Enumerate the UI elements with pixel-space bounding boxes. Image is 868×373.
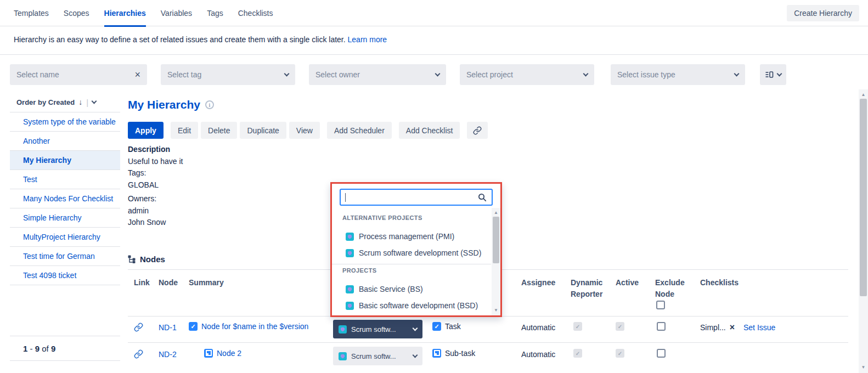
chevron-down-icon[interactable] xyxy=(92,98,97,104)
info-icon[interactable]: i xyxy=(205,100,214,109)
delete-button[interactable]: Delete xyxy=(201,122,237,139)
action-buttons: Apply Edit Delete Duplicate View Add Sch… xyxy=(128,122,488,139)
scroll-down-icon[interactable]: ▼ xyxy=(492,307,500,314)
tab-templates[interactable]: Templates xyxy=(14,0,49,26)
sort-descending-icon[interactable]: ↓ xyxy=(78,98,82,106)
duplicate-button[interactable]: Duplicate xyxy=(240,122,286,139)
node-summary-link[interactable]: Node 2 xyxy=(217,349,241,358)
sidebar-item[interactable]: Test xyxy=(10,170,120,189)
tab-tags[interactable]: Tags xyxy=(207,0,223,26)
add-checklist-button[interactable]: Add Checklist xyxy=(399,122,460,139)
sidebar-item-selected[interactable]: My Hierarchy xyxy=(10,151,120,170)
chevron-down-icon xyxy=(413,352,418,358)
view-options-button[interactable] xyxy=(760,64,786,85)
filter-owner[interactable]: Select owner xyxy=(309,64,446,85)
edit-button[interactable]: Edit xyxy=(171,122,198,139)
col-header-node: Node xyxy=(159,277,178,289)
col-header-assignee: Assignee xyxy=(521,277,555,289)
check-icon: ✓ xyxy=(618,324,622,330)
issue-type-label: Task xyxy=(445,322,461,331)
remove-checklist-icon[interactable]: × xyxy=(730,323,735,332)
columns-icon xyxy=(765,70,774,79)
link-icon xyxy=(134,323,143,332)
copy-link-button[interactable] xyxy=(467,122,488,139)
info-text: Hierarchy is an easy way to define a set… xyxy=(14,35,387,44)
dropdown-search-input[interactable] xyxy=(346,193,477,202)
set-issue-link-text[interactable]: Set Issue xyxy=(743,323,775,332)
tab-hierarchies[interactable]: Hierarchies xyxy=(104,0,146,26)
col-header-summary: Summary xyxy=(189,277,224,289)
chevron-down-icon xyxy=(284,71,290,76)
hierarchy-list-sidebar: Order by Created ↓ | System type of the … xyxy=(10,92,120,285)
filter-issue-type[interactable]: Select issue type xyxy=(611,64,745,85)
project-avatar-icon xyxy=(339,352,347,360)
add-scheduler-button[interactable]: Add Scheduler xyxy=(327,122,392,139)
page-scrollbar[interactable]: ▲ ▼ xyxy=(859,89,868,373)
filter-project[interactable]: Select project xyxy=(460,64,594,85)
sidebar-item[interactable]: Simple Hierarchy xyxy=(10,208,120,228)
order-by-label: Order by Created xyxy=(16,98,75,106)
node-link-button[interactable] xyxy=(134,349,143,359)
filter-name[interactable]: × xyxy=(10,64,147,85)
project-avatar-icon xyxy=(346,249,354,257)
create-hierarchy-button[interactable]: Create Hierarchy xyxy=(787,5,859,21)
apply-button[interactable]: Apply xyxy=(128,122,164,139)
project-select-open[interactable]: Scrum softw... xyxy=(333,320,422,338)
project-select[interactable]: Scrum softw... xyxy=(333,347,422,365)
tab-variables[interactable]: Variables xyxy=(161,0,192,26)
node-id-link[interactable]: ND-2 xyxy=(159,350,177,359)
dropdown-option[interactable]: Process management (PMI) xyxy=(346,229,454,244)
view-button[interactable]: View xyxy=(289,122,320,139)
exclude-node-checkbox[interactable] xyxy=(657,322,666,331)
issue-type[interactable]: ✓ Task xyxy=(432,322,461,331)
sidebar-item[interactable]: Test time for German xyxy=(10,247,120,266)
node-summary: ✓ Node for $name in the $version xyxy=(189,322,308,331)
scroll-down-icon[interactable]: ▼ xyxy=(859,364,868,371)
exclude-node-header-checkbox[interactable] xyxy=(656,301,665,309)
tab-checklists[interactable]: Checklists xyxy=(238,0,273,26)
dropdown-option[interactable]: Basic software development (BSD) xyxy=(346,298,478,313)
dropdown-search-box[interactable] xyxy=(340,189,493,206)
link-icon xyxy=(473,126,482,135)
node-id-link[interactable]: ND-1 xyxy=(159,323,177,332)
active-checkbox: ✓ xyxy=(616,349,624,358)
learn-more-link[interactable]: Learn more xyxy=(348,35,387,44)
node-link-button[interactable] xyxy=(134,323,143,332)
filter-issue-type-label: Select issue type xyxy=(617,70,735,79)
sidebar-item[interactable]: System type of the variable xyxy=(10,112,120,132)
dropdown-scrollbar[interactable]: ▲ ▼ xyxy=(492,208,500,315)
order-by-control[interactable]: Order by Created ↓ | xyxy=(10,92,120,112)
scrollbar-thumb[interactable] xyxy=(860,99,867,296)
project-dropdown-popup: ALTERNATIVE PROJECTS Process management … xyxy=(330,182,502,317)
scroll-up-icon[interactable]: ▲ xyxy=(859,91,868,99)
tags-label: Tags: xyxy=(128,167,183,179)
node-summary-link[interactable]: Node for $name in the $version xyxy=(201,322,308,331)
issue-type[interactable]: Sub-task xyxy=(432,349,475,358)
sidebar-item[interactable]: MultyProject Hierarchy xyxy=(10,228,120,247)
sidebar-item[interactable]: Test 4098 ticket xyxy=(10,266,120,285)
issue-type-label: Sub-task xyxy=(445,349,475,358)
clear-name-icon[interactable]: × xyxy=(134,70,140,80)
exclude-node-checkbox[interactable] xyxy=(657,349,666,358)
project-avatar-icon xyxy=(346,233,354,241)
assignee-value: Automatic xyxy=(521,323,555,332)
owner-value: John Snow xyxy=(128,217,183,229)
info-bar: Hierarchy is an easy way to define a set… xyxy=(0,26,868,55)
filter-tag[interactable]: Select tag xyxy=(161,64,295,85)
sidebar-item[interactable]: Many Nodes For Checklist xyxy=(10,189,120,208)
col-header-active: Active xyxy=(616,277,639,289)
project-select-value: Scrum softw... xyxy=(351,325,396,334)
select-name-input[interactable] xyxy=(16,70,134,79)
nav-tabs: Templates Scopes Hierarchies Variables T… xyxy=(14,0,273,26)
dropdown-option[interactable]: Scrum software development (SSD) xyxy=(346,245,481,261)
sidebar-item[interactable]: Another xyxy=(10,132,120,151)
assignee-value: Automatic xyxy=(521,350,555,359)
tab-scopes[interactable]: Scopes xyxy=(64,0,89,26)
chevron-down-icon xyxy=(734,71,740,76)
chevron-down-icon xyxy=(413,325,418,331)
scroll-up-icon[interactable]: ▲ xyxy=(492,209,500,217)
set-issue-link[interactable]: Set Issue xyxy=(743,323,775,332)
scrollbar-thumb[interactable] xyxy=(493,217,499,263)
dropdown-option[interactable]: Basic Service (BS) xyxy=(346,281,423,297)
pagination-end: 9 xyxy=(35,344,40,353)
